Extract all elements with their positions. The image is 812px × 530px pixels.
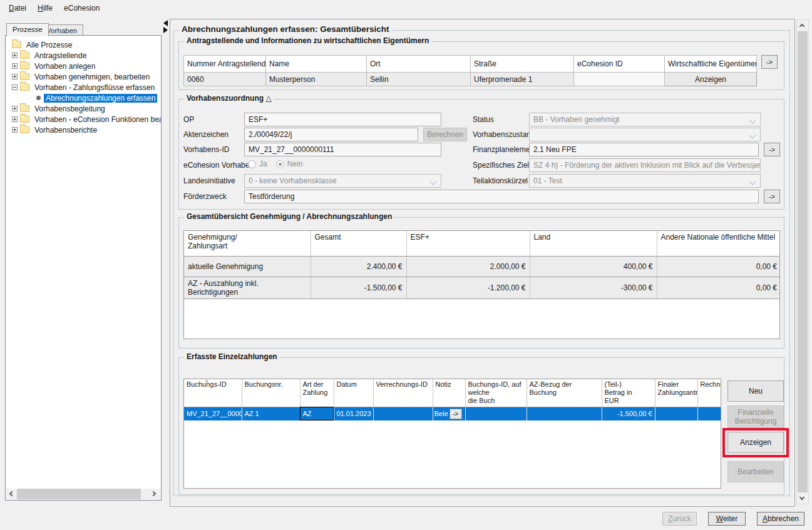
col-datum[interactable]: Datum [334, 379, 373, 407]
tree-item-antragstellende[interactable]: Antragstellende [6, 50, 161, 61]
expand-plus-icon[interactable] [12, 53, 18, 58]
cell-gesamt: 2.400,00 € [311, 256, 406, 277]
tree-item-label: Alle Prozesse [24, 41, 74, 49]
tree-horizontal-scrollbar[interactable] [6, 489, 160, 499]
col-az-bezug[interactable]: AZ-Bezug der Buchung [527, 379, 602, 407]
cell-verrechnungs-id [373, 407, 433, 420]
vorhabens-id-label: Vorhabens-ID [183, 143, 229, 156]
finanzplanelement-field[interactable]: 2.1 Neu FPE [529, 143, 759, 156]
applicant-row[interactable]: 0060 Musterperson Sellin Uferpromenade 1… [184, 73, 757, 86]
collapse-minus-icon[interactable] [12, 84, 18, 90]
overview-table: Genehmigung/ Zahlungsart Gesamt ESF+ Lan… [184, 231, 780, 299]
tree-item-label: Vorhaben genehmigen, bearbeiten [33, 73, 152, 81]
col-wirtschaftliche-eigentuemer: Wirtschaftliche Eigentümer [665, 56, 757, 73]
cell-esf: -1.200,00 € [406, 277, 530, 298]
tree-item-vorhaben-genehmigen[interactable]: Vorhaben genehmigen, bearbeiten [6, 71, 161, 82]
expand-plus-icon[interactable] [12, 127, 18, 133]
finanzplanelement-label: Finanzplanelement [473, 143, 536, 156]
scroll-down-icon[interactable] [797, 493, 808, 504]
tree-item-abrechnungszahlungen[interactable]: Abrechnungszahlungen erfassen [6, 93, 161, 103]
payments-header-row: ^Buchungs-ID Buchungsnr. Art der Zahlung… [184, 379, 721, 407]
cell-ecohesion-id [574, 73, 665, 86]
vorhabenszuordnung-title: Vorhabenszuordnung △ [184, 94, 274, 103]
folder-icon [20, 73, 29, 80]
expand-plus-icon[interactable] [12, 74, 18, 79]
scroll-up-icon[interactable] [797, 20, 808, 31]
foerderzweck-goto-button[interactable]: -> [764, 190, 780, 203]
tab-prozesse[interactable]: Prozesse [6, 23, 49, 36]
abbrechen-button[interactable]: Abbrechen [757, 512, 804, 526]
weiter-button[interactable]: Weiter [708, 512, 746, 526]
op-label: OP [183, 113, 194, 126]
vorhabens-id-field[interactable]: MV_21_27__0000000111 [244, 143, 441, 156]
main-vertical-scrollbar[interactable] [796, 19, 809, 504]
collapse-triangle-icon[interactable]: △ [265, 94, 271, 103]
cell-name: Musterperson [266, 73, 367, 86]
op-field[interactable]: ESF+ [244, 113, 441, 126]
col-teilbetrag[interactable]: (Teil-) Betrag in EUR [602, 379, 655, 407]
menu-hilfe[interactable]: Hilfe [33, 2, 58, 14]
col-buchungsnr[interactable]: Buchungsnr. [242, 379, 300, 407]
vscroll-thumb[interactable] [798, 31, 808, 492]
col-finaler-zahlungsantrag[interactable]: Finaler Zahlungsantra [655, 379, 697, 407]
cell-andere: 0,00 € [657, 277, 780, 298]
ecohesion-radio-group: Ja Nein [248, 160, 311, 168]
tree-item-vorhabensbegleitung[interactable]: Vorhabensbegleitung [6, 103, 161, 114]
notiz-goto-button[interactable]: -> [450, 409, 462, 419]
cell-land: 400,00 € [530, 256, 657, 277]
process-tree: Alle Prozesse Antragstellende Vorhaben a… [5, 35, 162, 501]
tree-item-zahlungsfluesse[interactable]: Vorhaben - Zahlungsflüsse erfassen [6, 82, 161, 93]
applicants-goto-button[interactable]: -> [761, 55, 778, 69]
tree-item-alle-prozesse[interactable]: Alle Prozesse [6, 39, 161, 50]
status-label: Status [473, 113, 494, 126]
tree-item-label: Vorhaben - eCohesion Funktionen bearbeit [33, 115, 162, 124]
notiz-text: Bele [434, 410, 448, 417]
tree-item-vorhaben-anlegen[interactable]: Vorhaben anlegen [6, 61, 161, 71]
cell-datum: 01.01.2023 [334, 407, 373, 420]
tree-hscroll-thumb[interactable] [17, 489, 141, 499]
cell-art: aktuelle Genehmigung [184, 256, 311, 277]
radio-nein[interactable] [276, 160, 284, 168]
vorhabenszustand-label: Vorhabenszustand [473, 128, 535, 141]
owners-anzeigen-button[interactable]: Anzeigen [665, 73, 757, 86]
tree-item-ecohesion-funktionen[interactable]: Vorhaben - eCohesion Funktionen bearbeit [6, 114, 161, 125]
radio-ja[interactable] [248, 160, 256, 168]
expand-plus-icon[interactable] [12, 116, 18, 122]
scroll-right-icon[interactable] [150, 489, 160, 499]
col-verrechnungs-id[interactable]: Verrechnungs-ID [373, 379, 433, 407]
aktenzeichen-field[interactable]: 2./00049/22/j [244, 128, 418, 141]
finanzplanelement-goto-button[interactable]: -> [764, 143, 780, 156]
col-rechnungslegung[interactable]: Rechnungsle [697, 379, 721, 407]
overview-row-genehmigung[interactable]: aktuelle Genehmigung 2.400,00 € 2.000,00… [184, 256, 780, 277]
neu-button[interactable]: Neu [727, 380, 784, 402]
splitter-expand-icon[interactable] [163, 27, 168, 33]
scroll-left-icon[interactable] [6, 489, 17, 499]
cell-andere: 0,00 € [657, 256, 780, 277]
teilaktionskuerzel-dropdown: 01 - Test [529, 174, 761, 188]
foerderzweck-field[interactable]: Testförderung [244, 190, 759, 203]
col-art-der-zahlung[interactable]: Art der Zahlung [300, 379, 334, 407]
teilaktionskuerzel-label: Teilaktionskürzel [473, 174, 528, 188]
foerderzweck-label: Förderzweck [183, 190, 227, 203]
splitter-collapse-icon[interactable] [163, 20, 168, 26]
col-notiz[interactable]: Notiz [433, 379, 465, 407]
tree-item-label: Vorhabensbegleitung [33, 104, 107, 113]
aktenzeichen-label: Aktenzeichen [183, 128, 229, 141]
folder-icon [20, 84, 29, 91]
expand-plus-icon[interactable] [12, 106, 18, 111]
anzeigen-button[interactable]: Anzeigen [727, 432, 784, 453]
applicants-header-row: Nummer Antragstellende Name Ort Straße e… [184, 56, 757, 73]
cell-buchungs-id-bezug [465, 407, 527, 420]
folder-icon [20, 63, 29, 69]
cell-teilbetrag: -1.500,00 € [602, 407, 655, 420]
tree-item-vorhabensberichte[interactable]: Vorhabensberichte [6, 125, 161, 135]
payment-row-selected[interactable]: MV_21_27__000000 AZ 1 AZ 01.01.2023 Bele… [184, 407, 721, 420]
expand-plus-icon[interactable] [12, 63, 18, 69]
overview-row-auszahlung[interactable]: AZ - Auszahlung inkl. Berichtigungen -1.… [184, 277, 780, 298]
menu-datei[interactable]: Datei [4, 2, 31, 14]
col-buchungs-id[interactable]: ^Buchungs-ID [184, 379, 242, 407]
menu-ecohesion[interactable]: eCohesion [59, 2, 105, 14]
payments-title: Erfasste Einzelzahlungen [184, 352, 280, 361]
menu-bar: Datei Hilfe eCohesion [0, 0, 812, 16]
col-buchungs-id-bezug[interactable]: Buchungs-ID, auf welche die Buch [465, 379, 527, 407]
